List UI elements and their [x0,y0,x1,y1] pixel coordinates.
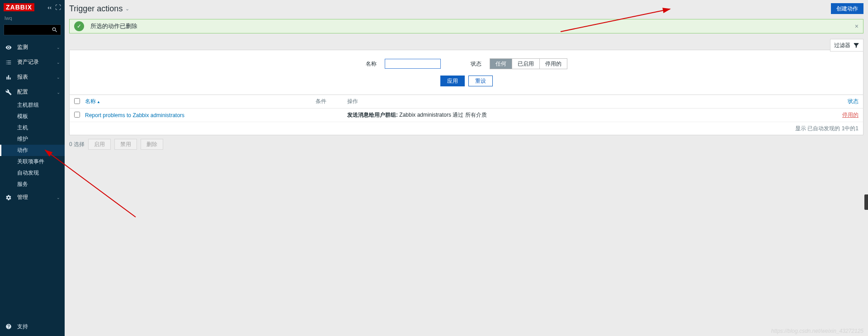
actions-table: 名称▲ 条件 操作 状态 Report problems to Zabbix a… [69,95,863,135]
col-header-conditions: 条件 [316,98,347,105]
action-name-link[interactable]: Report problems to Zabbix administrators [85,112,184,118]
support-icon [5,323,13,330]
nav-label: 配置 [17,88,28,96]
side-handle[interactable] [864,194,868,210]
filter-status-segment: 任何 已启用 停用的 [490,58,567,69]
header-icons: ‹‹ ⛶ [47,4,61,11]
nav-label: 管理 [17,194,28,201]
bar-chart-icon [5,74,13,80]
nav-administration[interactable]: 管理 ⌄ [0,190,65,205]
nav-label: 资产记录 [17,58,39,66]
bulk-disable-button[interactable]: 禁用 [114,139,137,150]
table-footer: 显示 已自动发现的 1中的1 [70,122,863,135]
alert-close-button[interactable]: × [855,23,859,30]
filter-status-disabled[interactable]: 停用的 [540,59,567,69]
bulk-enable-button[interactable]: 启用 [88,139,111,150]
sort-asc-icon: ▲ [97,100,100,104]
filter-status-any[interactable]: 任何 [490,59,512,69]
chevron-up-icon: ⌃ [57,90,60,95]
table-header-row: 名称▲ 条件 操作 状态 [70,95,863,109]
nav-monitoring[interactable]: 监测 ⌄ [0,40,65,55]
page-title: Trigger actions [69,4,123,14]
row-operations: 发送消息给用户群组: Zabbix administrators 通过 所有介质 [347,111,831,119]
nav-inventory[interactable]: 资产记录 ⌄ [0,55,65,70]
col-header-status[interactable]: 状态 [831,98,859,105]
subnav-hosts[interactable]: 主机 [0,122,65,133]
success-alert: ✓ 所选的动作已删除 × [69,19,863,33]
filter-toggle-label: 过滤器 [834,42,850,49]
eye-icon [5,44,13,51]
chevron-down-icon: ⌄ [57,45,60,50]
filter-name-input[interactable] [385,59,441,69]
filter-apply-button[interactable]: 应用 [440,76,465,86]
user-label: lwq [0,14,65,24]
filter-icon [853,42,859,48]
sidebar-header: ZABBIX ‹‹ ⛶ [0,0,65,14]
row-status-toggle[interactable]: 停用的 [842,112,859,118]
chevron-down-icon: ⌄ [57,195,60,200]
support-label: 支持 [17,323,28,331]
subnav-hostgroups[interactable]: 主机群组 [0,99,65,111]
chevron-down-icon: ⌄ [57,60,60,65]
select-all-checkbox[interactable] [74,98,80,104]
filter-name-label: 名称 [366,60,377,68]
list-icon [5,59,13,66]
subnav-templates[interactable]: 模板 [0,111,65,122]
search-icon [52,27,58,33]
bulk-delete-button[interactable]: 删除 [141,139,163,150]
filter-row: 名称 状态 任何 已启用 停用的 [366,58,567,69]
filter-panel: 名称 状态 任何 已启用 停用的 应用 重设 [69,50,863,95]
subnav-discovery[interactable]: 自动发现 [0,167,65,179]
collapse-icon[interactable]: ‹‹ [47,4,52,11]
nav-configuration[interactable]: 配置 ⌃ [0,85,65,99]
subnav-actions[interactable]: 动作 [0,145,65,156]
col-header-name[interactable]: 名称▲ [85,98,316,105]
col-header-operations: 操作 [347,98,831,105]
logo[interactable]: ZABBIX [4,3,34,11]
alert-message: 所选的动作已删除 [90,22,137,30]
subnav-maintenance[interactable]: 维护 [0,133,65,145]
selected-count: 0 选择 [69,141,85,148]
filter-reset-button[interactable]: 重设 [468,76,493,86]
wrench-icon [5,89,13,95]
chevron-down-icon: ⌄ [57,75,60,80]
row-checkbox[interactable] [74,112,80,118]
chevron-down-icon: ⌄ [125,6,129,12]
filter-status-enabled[interactable]: 已启用 [512,59,540,69]
filter-toggle-button[interactable]: 过滤器 [830,39,863,52]
gear-icon [5,194,13,201]
table-row: Report problems to Zabbix administrators… [70,109,863,122]
main-area: Trigger actions ⌄ 创建动作 ✓ 所选的动作已删除 × 过滤器 … [65,0,868,336]
expand-icon[interactable]: ⛶ [55,4,61,11]
bulk-action-bar: 0 选择 启用 禁用 删除 [69,139,863,150]
sidebar: ZABBIX ‹‹ ⛶ lwq 监测 ⌄ 资产记录 ⌄ 报表 ⌄ 配置 ⌃ 主机… [0,0,65,336]
create-action-button[interactable]: 创建动作 [831,3,863,14]
filter-buttons: 应用 重设 [440,76,493,86]
watermark: https://blog.csdn.net/weixin_43272125 [771,328,863,334]
check-icon: ✓ [74,21,84,31]
nav-label: 报表 [17,73,28,81]
subnav-correlation[interactable]: 关联项事件 [0,156,65,167]
page-header: Trigger actions ⌄ 创建动作 [65,0,868,15]
nav-reports[interactable]: 报表 ⌄ [0,70,65,85]
page-title-dropdown[interactable]: Trigger actions ⌄ [69,4,129,14]
search-input[interactable] [4,24,61,35]
filter-status-label: 状态 [471,60,481,68]
nav-label: 监测 [17,43,28,51]
subnav-services[interactable]: 服务 [0,179,65,190]
nav-support[interactable]: 支持 [0,320,65,333]
